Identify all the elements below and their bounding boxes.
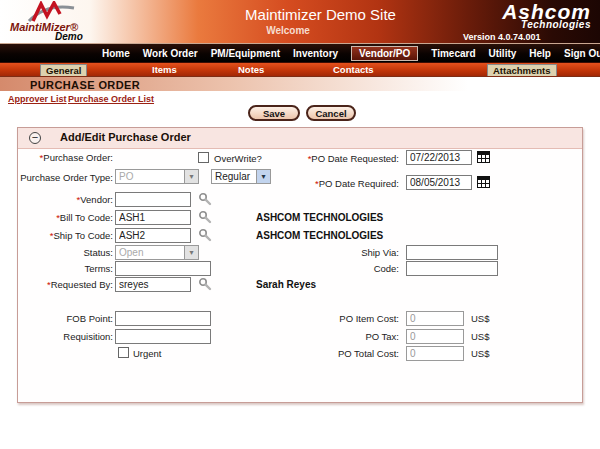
- nav-item-inventory[interactable]: Inventory: [293, 48, 338, 59]
- nav-item-timecard[interactable]: Timecard: [431, 48, 475, 59]
- lookup-icon[interactable]: [198, 192, 212, 206]
- lookup-icon[interactable]: [198, 277, 212, 291]
- page-title: PURCHASE ORDER: [30, 79, 140, 91]
- chevron-down-icon: ▾: [184, 170, 198, 183]
- calendar-icon[interactable]: [477, 151, 490, 163]
- page-title-bar: PURCHASE ORDER: [0, 76, 600, 91]
- requested-by-label: *Requested By:: [18, 279, 113, 290]
- po-item-cost-label: PO Item Cost:: [273, 313, 399, 324]
- overwrite-label: OverWrite?: [214, 153, 262, 164]
- main-nav: Home Work Order PM/Equipment Inventory V…: [0, 43, 600, 62]
- calendar-icon[interactable]: [477, 176, 490, 188]
- vendor-label: *Vendor:: [18, 194, 113, 205]
- nav-item-work-order[interactable]: Work Order: [143, 48, 198, 59]
- bill-to-code-input[interactable]: [115, 210, 191, 225]
- po-date-required-label: *PO Date Required:: [273, 178, 399, 189]
- panel-header: − Add/Edit Purchase Order: [18, 128, 582, 149]
- bill-to-code-label: *Bill To Code:: [18, 212, 113, 223]
- currency-label: US$: [471, 348, 489, 359]
- lookup-icon[interactable]: [198, 210, 212, 224]
- approver-list-link[interactable]: Approver List: [8, 94, 67, 104]
- terms-input[interactable]: [115, 261, 211, 276]
- code-input[interactable]: [406, 261, 498, 276]
- urgent-checkbox[interactable]: [118, 347, 129, 358]
- app-window: MaintiMizer® Demo Maintimizer Demo Site …: [0, 0, 600, 449]
- header-banner: MaintiMizer® Demo Maintimizer Demo Site …: [0, 0, 600, 43]
- nav-item-home[interactable]: Home: [102, 48, 130, 59]
- overwrite-checkbox[interactable]: [198, 152, 209, 163]
- po-date-requested-label: *PO Date Requested:: [273, 153, 399, 164]
- welcome-text: Welcome: [238, 25, 338, 36]
- requisition-input[interactable]: [115, 329, 211, 344]
- po-date-required-input[interactable]: [406, 175, 472, 190]
- fob-point-input[interactable]: [115, 311, 211, 326]
- save-button[interactable]: Save: [248, 105, 300, 121]
- ship-via-input[interactable]: [406, 245, 498, 260]
- po-total-cost-label: PO Total Cost:: [273, 348, 399, 359]
- po-type-select[interactable]: PO ▾: [115, 169, 199, 184]
- ship-to-name: ASHCOM TECHNOLOGIES: [256, 230, 383, 241]
- currency-label: US$: [471, 331, 489, 342]
- add-edit-purchase-order-panel: − Add/Edit Purchase Order *Purchase Orde…: [17, 127, 583, 403]
- site-title: Maintimizer Demo Site: [228, 6, 413, 23]
- po-date-requested-input[interactable]: [406, 150, 472, 165]
- vendor-input[interactable]: [115, 192, 191, 207]
- purchase-order-label: *Purchase Order:: [18, 152, 113, 163]
- subnav-tab-notes[interactable]: Notes: [238, 64, 264, 75]
- bill-to-name: ASHCOM TECHNOLOGIES: [256, 212, 383, 223]
- cancel-button[interactable]: Cancel: [306, 105, 356, 121]
- requested-by-input[interactable]: [115, 277, 191, 292]
- requested-by-name: Sarah Reyes: [256, 279, 316, 290]
- po-subtype-select[interactable]: Regular ▾: [211, 169, 271, 184]
- po-item-cost-input: [406, 311, 464, 326]
- subnav-tab-items[interactable]: Items: [152, 64, 177, 75]
- po-type-label: Purchase Order Type:: [10, 172, 113, 183]
- subnav-tab-contacts[interactable]: Contacts: [333, 64, 374, 75]
- chevron-down-icon: ▾: [184, 246, 198, 259]
- po-tax-input: [406, 329, 464, 344]
- urgent-label: Urgent: [133, 348, 162, 359]
- currency-label: US$: [471, 313, 489, 324]
- nav-item-utility[interactable]: Utility: [489, 48, 517, 59]
- nav-item-pm-equipment[interactable]: PM/Equipment: [211, 48, 280, 59]
- brand-demo-label: Demo: [55, 31, 83, 42]
- ship-to-code-label: *Ship To Code:: [18, 230, 113, 241]
- ship-to-code-input[interactable]: [115, 228, 191, 243]
- sub-nav: General Items Notes Contacts Attachments: [0, 62, 600, 76]
- panel-title: Add/Edit Purchase Order: [60, 131, 191, 143]
- ashcom-logo: Ashcom Technologies: [502, 2, 591, 30]
- nav-item-vendor-po[interactable]: Vendor/PO: [351, 46, 418, 61]
- ship-via-label: Ship Via:: [273, 247, 399, 258]
- purchase-order-list-link[interactable]: Purchase Order List: [68, 94, 154, 104]
- fob-point-label: FOB Point:: [18, 313, 113, 324]
- po-total-cost-input: [406, 346, 464, 361]
- collapse-icon[interactable]: −: [29, 132, 41, 144]
- maintimizer-logo-icon: [26, 1, 80, 23]
- chevron-down-icon: ▾: [256, 170, 270, 183]
- terms-label: Terms:: [18, 263, 113, 274]
- status-label: Status:: [18, 247, 113, 258]
- lookup-icon[interactable]: [198, 228, 212, 242]
- nav-item-sign-out[interactable]: Sign Out: [564, 48, 600, 59]
- version-label: Version 4.0.74.001: [463, 32, 541, 42]
- status-select[interactable]: Open ▾: [115, 245, 199, 260]
- requisition-label: Requisition:: [18, 331, 113, 342]
- nav-item-help[interactable]: Help: [529, 48, 551, 59]
- code-label: Code:: [273, 263, 399, 274]
- po-tax-label: PO Tax:: [273, 331, 399, 342]
